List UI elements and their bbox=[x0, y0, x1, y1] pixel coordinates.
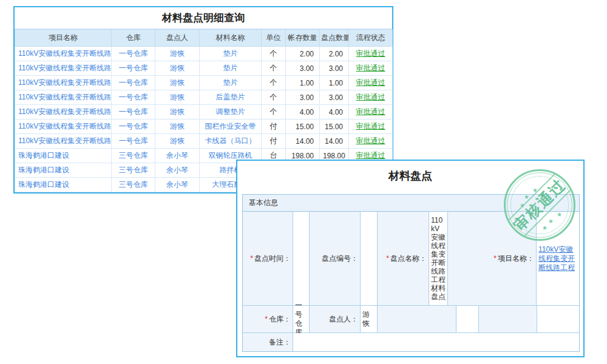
empty-cell bbox=[378, 306, 456, 332]
project-cell: 珠海鹤港口建设 bbox=[15, 178, 112, 192]
person-cell: 游恢 bbox=[155, 47, 200, 61]
person-cell: 游恢 bbox=[155, 61, 200, 76]
material-cell: 围栏作业安全带 bbox=[200, 120, 262, 134]
material-cell: 垫片 bbox=[200, 61, 262, 76]
project-cell: 珠海鹤港口建设 bbox=[15, 149, 112, 163]
inventory-name-field[interactable]: 110kV安徽线程集变开断线路工程材料盘点 bbox=[429, 212, 448, 305]
warehouse-field[interactable]: 一号仓库 bbox=[293, 306, 310, 332]
inventory-code-field[interactable] bbox=[361, 212, 378, 305]
unit-cell: 付 bbox=[262, 134, 286, 149]
warehouse-cell: 三号仓库 bbox=[112, 163, 155, 178]
approval-stamp: ★ ★ ★ ★ ★ ★ 审核通过 bbox=[504, 169, 575, 241]
warehouse-cell: 一号仓库 bbox=[112, 47, 155, 61]
person-cell: 游恢 bbox=[155, 76, 200, 90]
warehouse-label: * 仓库： bbox=[243, 306, 293, 332]
empty-cell bbox=[537, 306, 579, 332]
status-cell: 审批通过 bbox=[349, 61, 393, 76]
person-cell: 游恢 bbox=[155, 120, 200, 134]
person-cell: 游恢 bbox=[155, 134, 200, 149]
book-qty-cell: 3.00 bbox=[286, 90, 320, 105]
project-cell: 110kV安徽线程集变开断线路工程 bbox=[15, 61, 112, 76]
inventory-time-field[interactable] bbox=[293, 212, 310, 305]
inventory-code-label: 盘点编号： bbox=[310, 212, 361, 305]
star-icon: ★ bbox=[542, 225, 548, 231]
inventory-time-label: * 盘点时间： bbox=[243, 212, 293, 305]
empty-cell bbox=[456, 306, 479, 332]
material-cell: 调整垫片 bbox=[200, 105, 262, 120]
count-qty-cell: 15.00 bbox=[320, 120, 349, 134]
star-icon: ★ bbox=[548, 218, 554, 224]
unit-cell: 付 bbox=[262, 120, 286, 134]
column-header: 单位 bbox=[262, 30, 286, 47]
project-cell: 110kV安徽线程集变开断线路工程 bbox=[15, 47, 112, 61]
table-row: 110kV安徽线程集变开断线路工程一号仓库游恢调整垫片个4.004.00审批通过 bbox=[15, 105, 393, 120]
project-cell: 110kV安徽线程集变开断线路工程 bbox=[15, 134, 112, 149]
book-qty-cell: 14.00 bbox=[286, 134, 320, 149]
count-qty-cell: 1.00 bbox=[320, 76, 349, 90]
status-link[interactable]: 审批通过 bbox=[356, 136, 385, 145]
project-cell: 珠海鹤港口建设 bbox=[15, 163, 112, 178]
project-cell: 110kV安徽线程集变开断线路工程 bbox=[15, 90, 112, 105]
warehouse-cell: 一号仓库 bbox=[112, 90, 155, 105]
warehouse-cell: 三号仓库 bbox=[112, 178, 155, 192]
required-asterisk: * bbox=[493, 254, 497, 263]
status-cell: 审批通过 bbox=[349, 90, 393, 105]
status-cell: 审批通过 bbox=[349, 105, 393, 120]
required-asterisk: * bbox=[250, 254, 253, 263]
person-cell: 余小琴 bbox=[155, 178, 200, 192]
form-row: 备注： bbox=[243, 333, 579, 351]
column-header: 盘点数量 bbox=[320, 30, 349, 47]
table-row: 110kV安徽线程集变开断线路工程一号仓库游恢垫片个2.002.00审批通过 bbox=[15, 47, 393, 61]
person-cell: 余小琴 bbox=[155, 149, 200, 163]
unit-cell: 个 bbox=[262, 90, 286, 105]
material-cell: 后盖垫片 bbox=[200, 90, 262, 105]
unit-cell: 个 bbox=[262, 76, 286, 90]
table-row: 110kV安徽线程集变开断线路工程一号仓库游恢后盖垫片个3.003.00审批通过 bbox=[15, 90, 393, 105]
book-qty-cell: 2.00 bbox=[286, 47, 320, 61]
inventory-name-label: * 盘点名称： bbox=[378, 212, 429, 305]
count-qty-cell: 3.00 bbox=[320, 90, 349, 105]
status-cell: 审批通过 bbox=[349, 76, 393, 90]
count-qty-cell: 4.00 bbox=[320, 105, 349, 120]
project-cell: 110kV安徽线程集变开断线路工程 bbox=[15, 76, 112, 90]
form-row: * 仓库： 一号仓库 盘点人： 游恢 bbox=[243, 306, 579, 333]
status-link[interactable]: 审批通过 bbox=[356, 78, 385, 87]
person-field[interactable]: 游恢 bbox=[361, 306, 378, 332]
column-header: 材料名称 bbox=[200, 30, 262, 47]
table-header-row: 项目名称仓库盘点人材料名称单位帐存数量盘点数量流程状态 bbox=[15, 30, 393, 47]
status-cell: 审批通过 bbox=[349, 47, 393, 61]
table-row: 110kV安徽线程集变开断线路工程一号仓库游恢围栏作业安全带付15.0015.0… bbox=[15, 120, 393, 134]
project-link[interactable]: 110kV安徽线程集变开断线路工程 bbox=[538, 245, 577, 272]
empty-cell bbox=[479, 306, 537, 332]
remark-field[interactable] bbox=[293, 333, 579, 351]
person-cell: 游恢 bbox=[155, 105, 200, 120]
count-qty-cell: 14.00 bbox=[320, 134, 349, 149]
table-row: 110kV安徽线程集变开断线路工程一号仓库游恢卡线器（马口）付14.0014.0… bbox=[15, 134, 393, 149]
unit-cell: 个 bbox=[262, 61, 286, 76]
status-link[interactable]: 审批通过 bbox=[356, 64, 385, 72]
person-label: 盘点人： bbox=[310, 306, 361, 332]
book-qty-cell: 1.00 bbox=[286, 76, 320, 90]
status-link[interactable]: 审批通过 bbox=[356, 93, 385, 101]
status-cell: 审批通过 bbox=[349, 134, 393, 149]
material-cell: 垫片 bbox=[200, 47, 262, 61]
remark-label: 备注： bbox=[243, 333, 293, 351]
status-cell: 审批通过 bbox=[349, 120, 393, 134]
column-header: 帐存数量 bbox=[286, 30, 320, 47]
status-link[interactable]: 审批通过 bbox=[356, 151, 385, 160]
count-qty-cell: 2.00 bbox=[320, 47, 349, 61]
required-asterisk: * bbox=[386, 254, 389, 263]
query-title: 材料盘点明细查询 bbox=[15, 7, 392, 29]
book-qty-cell: 15.00 bbox=[286, 120, 320, 134]
unit-cell: 个 bbox=[262, 105, 286, 120]
column-header: 项目名称 bbox=[15, 30, 112, 47]
column-header: 仓库 bbox=[112, 30, 155, 47]
count-qty-cell: 3.00 bbox=[320, 61, 349, 76]
status-link[interactable]: 审批通过 bbox=[356, 107, 385, 116]
status-link[interactable]: 审批通过 bbox=[356, 122, 385, 130]
warehouse-cell: 一号仓库 bbox=[112, 61, 155, 76]
warehouse-cell: 一号仓库 bbox=[112, 120, 155, 134]
person-cell: 余小琴 bbox=[155, 163, 200, 178]
column-header: 流程状态 bbox=[349, 30, 393, 47]
status-link[interactable]: 审批通过 bbox=[356, 49, 385, 58]
